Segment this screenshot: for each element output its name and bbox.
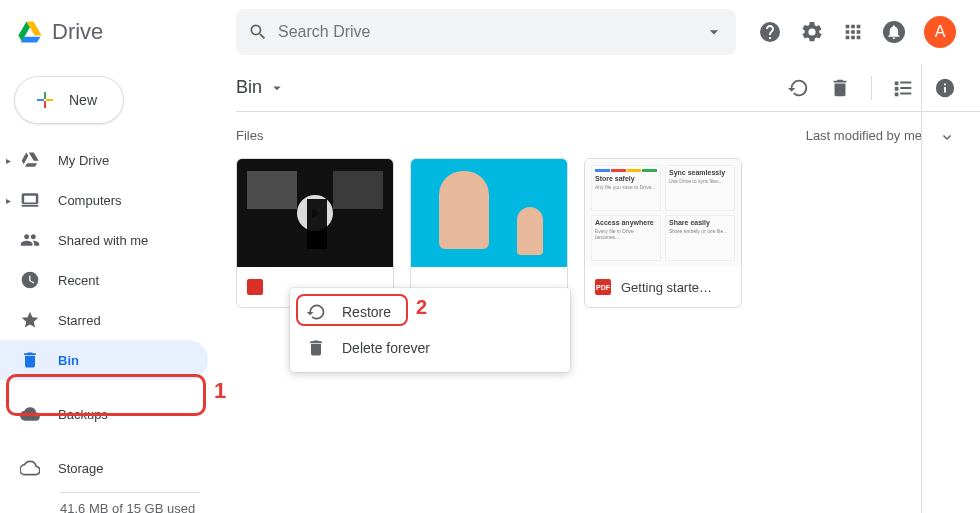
context-menu: Restore Delete forever <box>290 288 570 372</box>
search-bar[interactable] <box>236 9 736 55</box>
drive-small-icon <box>20 150 40 170</box>
new-button[interactable]: New <box>14 76 124 124</box>
file-thumbnail <box>411 159 567 267</box>
file-card[interactable]: Store safelyAny file you save to Drive..… <box>584 158 742 308</box>
apps-button[interactable] <box>842 21 864 43</box>
view-toggle-button[interactable] <box>892 77 914 99</box>
app-name: Drive <box>52 19 103 45</box>
header: Drive A <box>0 0 980 64</box>
file-grid: Store safelyAny file you save to Drive..… <box>236 158 980 308</box>
sidebar: New ▸ My Drive ▸ Computers Shared with m… <box>0 64 220 513</box>
content-header: Files Last modified by me <box>236 112 980 158</box>
search-input[interactable] <box>278 23 704 41</box>
cloud-icon <box>20 404 40 424</box>
sidebar-item-shared[interactable]: Shared with me <box>0 220 208 260</box>
pdf-file-icon: PDF <box>595 279 611 295</box>
cloud-outline-icon <box>20 458 40 478</box>
delete-toolbar-button[interactable] <box>829 77 851 99</box>
restore-toolbar-button[interactable] <box>787 77 809 99</box>
trash-icon <box>306 338 326 358</box>
search-icon <box>248 22 268 42</box>
video-file-icon <box>247 279 263 295</box>
file-card[interactable] <box>410 158 568 308</box>
help-button[interactable] <box>758 20 782 44</box>
people-icon <box>20 230 40 250</box>
trash-icon <box>20 350 40 370</box>
star-icon <box>20 310 40 330</box>
settings-button[interactable] <box>800 20 824 44</box>
clock-icon <box>20 270 40 290</box>
new-button-label: New <box>69 92 97 108</box>
annotation-number-1: 1 <box>214 378 226 404</box>
file-card[interactable] <box>236 158 394 308</box>
file-thumbnail: Store safelyAny file you save to Drive..… <box>585 159 741 267</box>
computer-icon <box>20 190 40 210</box>
account-avatar[interactable]: A <box>924 16 956 48</box>
restore-menu-item[interactable]: Restore <box>290 294 570 330</box>
notifications-button[interactable] <box>882 20 906 44</box>
header-actions: A <box>758 16 964 48</box>
annotation-number-2: 2 <box>416 296 427 319</box>
file-name: Getting starte… <box>621 280 712 295</box>
sidebar-item-computers[interactable]: ▸ Computers <box>0 180 208 220</box>
toolbar: Bin <box>236 64 980 112</box>
drive-icon <box>16 18 44 46</box>
sidebar-item-storage[interactable]: Storage <box>0 448 208 488</box>
sidebar-item-recent[interactable]: Recent <box>0 260 208 300</box>
sidebar-item-my-drive[interactable]: ▸ My Drive <box>0 140 208 180</box>
storage-used-text: 41.6 MB of 15 GB used <box>60 501 200 513</box>
restore-icon <box>306 302 326 322</box>
file-thumbnail <box>237 159 393 267</box>
drive-logo[interactable]: Drive <box>16 18 236 46</box>
location-dropdown[interactable]: Bin <box>236 77 286 98</box>
arrow-down-icon <box>938 126 956 144</box>
plus-icon <box>33 88 57 112</box>
sidebar-item-bin[interactable]: Bin <box>0 340 208 380</box>
delete-forever-menu-item[interactable]: Delete forever <box>290 330 570 366</box>
storage-info: 41.6 MB of 15 GB used UPGRADE STORAGE <box>0 488 220 513</box>
sidebar-item-starred[interactable]: Starred <box>0 300 208 340</box>
sort-control[interactable]: Last modified by me <box>806 126 980 144</box>
dropdown-icon[interactable] <box>704 22 724 42</box>
details-button[interactable] <box>934 77 956 99</box>
chevron-down-icon <box>268 79 286 97</box>
sidebar-item-backups[interactable]: Backups <box>0 394 208 434</box>
divider <box>921 64 922 513</box>
section-label: Files <box>236 128 263 143</box>
